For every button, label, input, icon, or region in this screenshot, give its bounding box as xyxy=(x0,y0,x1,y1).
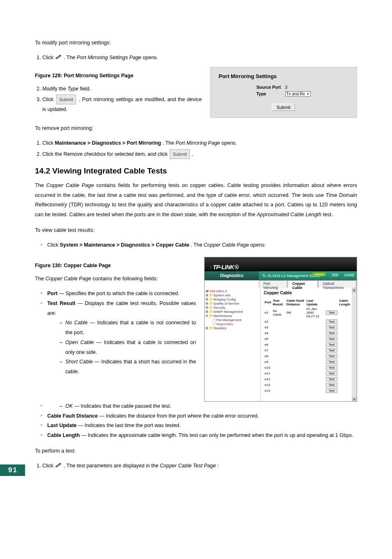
fields-list-cont: OK — Indicates that the cable passed the… xyxy=(35,402,357,441)
vs1e: opens: xyxy=(250,242,266,248)
tree-diagnostics[interactable]: 📄Diagnostics xyxy=(205,322,259,326)
table-row: e8Test xyxy=(264,353,353,359)
table-row: e3Test xyxy=(264,325,353,330)
row-port: e13 xyxy=(264,382,272,388)
rs1c: . The xyxy=(162,140,175,146)
tree-qos[interactable]: ⊞ 📁Quality of Service xyxy=(205,302,259,306)
rs1e: opens. xyxy=(221,140,237,146)
modify-steps: Click . The Port Mirroring Settings Page… xyxy=(35,53,357,63)
logo-text: TP-LINK xyxy=(213,264,234,270)
rs2b: . xyxy=(192,151,193,157)
test-button[interactable]: Test xyxy=(326,383,338,387)
test-button[interactable]: Test xyxy=(326,348,338,353)
scroll-up-icon[interactable]: ▲ xyxy=(352,288,357,293)
tree-snmp[interactable]: ⊞ 📁SNMP Management xyxy=(205,310,259,314)
fig130-label: Figure 130: Copper Cable Page xyxy=(35,263,196,268)
test-button[interactable]: Test xyxy=(326,310,338,315)
test-button[interactable]: Test xyxy=(326,354,338,358)
tree-ip[interactable]: 🖳 192.168.1.1 xyxy=(205,289,259,293)
fib: Copper Cable Page xyxy=(45,276,91,282)
tab-copper-cable[interactable]: Copper Cable xyxy=(288,280,318,288)
step1-a: Click xyxy=(42,55,55,60)
help-link[interactable]: Help xyxy=(332,273,338,276)
table-row: e4Test xyxy=(264,330,353,336)
test-button[interactable]: Test xyxy=(326,388,338,393)
vs1a: Click xyxy=(47,242,60,248)
row-port: e6 xyxy=(264,342,272,348)
submit-button-inline[interactable]: Submit xyxy=(56,95,76,104)
row-port: e5 xyxy=(264,336,272,342)
field-test-result: Test Result — Displays the cable test re… xyxy=(40,299,196,377)
test-button[interactable]: Test xyxy=(326,365,338,370)
ss-body: 🖳 192.168.1.1 ⊞ 📁System Info ⊞ 📁Bridging… xyxy=(205,288,357,402)
tp-link-logo: TP-LINK ® xyxy=(210,264,239,270)
test-button[interactable]: Test xyxy=(326,360,338,364)
logout-link[interactable]: Logout xyxy=(344,273,354,276)
tab-port-mirroring[interactable]: Port Mirroring xyxy=(259,280,287,288)
snca: No Cable xyxy=(65,320,88,326)
fpa: Port xyxy=(47,291,58,296)
remove-step-2: Click the Remove checkbox for selected i… xyxy=(42,149,357,159)
about-button[interactable]: About xyxy=(312,273,326,276)
test-button[interactable]: Test xyxy=(326,337,338,341)
test-button[interactable]: Test xyxy=(326,319,338,324)
row-port: e4 xyxy=(264,330,272,336)
tree-bridging[interactable]: ⊞ 📁Bridging Config xyxy=(205,298,259,302)
modify-steps-cont: Modify the Type field. Click Submit . Po… xyxy=(35,84,202,115)
rs1a: Click xyxy=(42,140,55,146)
logo-reg: ® xyxy=(235,264,239,270)
logo-dots-icon xyxy=(210,266,211,269)
ss-tree: 🖳 192.168.1.1 ⊞ 📁System Info ⊞ 📁Bridging… xyxy=(205,288,261,402)
col-length: Cable Length xyxy=(338,298,353,307)
step2-b: Type xyxy=(67,86,78,92)
test-button[interactable]: Test xyxy=(326,325,338,330)
ss-main: Copper Cable Port Test Result Cable Faul… xyxy=(261,288,357,402)
tree-statistics[interactable]: ⊞ 📁Statistics xyxy=(205,326,259,330)
fpb: — Specifies the port to which the cable … xyxy=(59,291,179,296)
tree-security[interactable]: ⊞ 📁Security xyxy=(205,306,259,310)
ss-nav-header: TL-SL3428 L2 Management Switch About Hel… xyxy=(259,271,357,280)
tr-ok-wrap: OK — Indicates that the cable passed the… xyxy=(40,402,357,411)
table-row: e6Test xyxy=(264,342,353,348)
scrollbar[interactable]: ▲ ▼ xyxy=(352,288,357,402)
tree-system-info[interactable]: ⊞ 📁System Info xyxy=(205,293,259,298)
soca: Open Cable xyxy=(65,340,94,345)
test-button[interactable]: Test xyxy=(326,371,338,376)
remove-steps: Click Maintenance > Diagnostics > Port M… xyxy=(35,139,357,159)
ftra: Test Result xyxy=(47,300,75,306)
bg: test. xyxy=(323,212,333,217)
submit-button-inline2[interactable]: Submit xyxy=(170,149,189,159)
table-row: e13Test xyxy=(264,382,353,388)
tree-file-mgmt[interactable]: 📄File Management xyxy=(205,318,259,322)
ss-header: TP-LINK ® xyxy=(205,257,357,271)
field-cfd: Cable Fault Distance — Indicates the dis… xyxy=(40,411,357,421)
type-select[interactable]: Tx and Rx xyxy=(285,91,311,97)
fig129-source-val: 3 xyxy=(284,84,313,90)
col-btn xyxy=(325,298,339,307)
step3-a: Click xyxy=(42,97,55,102)
modify-step-3: Click Submit . Port mirroring settings a… xyxy=(42,95,202,115)
fig129-submit-button[interactable]: Submit xyxy=(272,104,295,111)
table-row: e1 No Cable 0M 01-Jan-2000 04:27:13 Test xyxy=(264,307,353,319)
scroll-down-icon[interactable]: ▼ xyxy=(352,397,357,402)
remove-intro: To remove port mirroring: xyxy=(35,124,357,134)
tree-maintenance[interactable]: ⊟ 📁Maintenance xyxy=(205,314,259,318)
test-button[interactable]: Test xyxy=(326,377,338,381)
ps1b: . The test parameters are displayed in t… xyxy=(64,463,160,469)
ps1c: Copper Cable Test Page xyxy=(160,463,216,469)
rs2a: Click the Remove checkbox for selected i… xyxy=(42,151,169,157)
step2-a: Modify the xyxy=(42,86,67,92)
test-button[interactable]: Test xyxy=(326,331,338,335)
ps1a: Click xyxy=(42,463,55,469)
row-port: e11 xyxy=(264,371,272,377)
fig129-source-label: Source Port xyxy=(255,84,283,90)
table-row: e2Test xyxy=(264,319,353,325)
ss-main-title: Copper Cable xyxy=(264,290,353,295)
tab-optical-transceivers[interactable]: Optical Transceivers xyxy=(318,280,356,288)
fig129-label: Figure 129: Port Mirroring Settings Page xyxy=(35,73,202,79)
tr-no-cable: No Cable — Indicates that a cable is not… xyxy=(60,318,196,338)
col-update: Last Update xyxy=(306,298,325,307)
ss-nav-header-text: TL-SL3428 L2 Management Switch xyxy=(262,274,320,278)
fcla: Cable Length xyxy=(47,432,80,438)
test-button[interactable]: Test xyxy=(326,342,338,347)
